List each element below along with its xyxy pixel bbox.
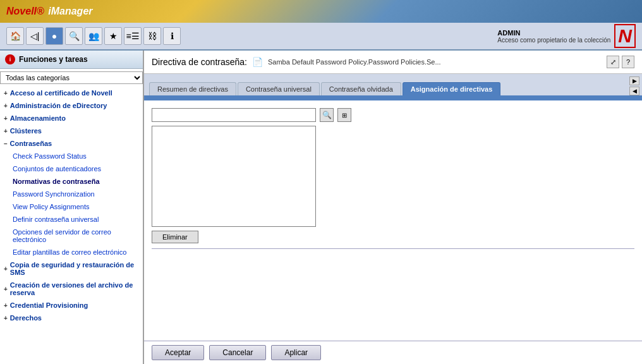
sidebar-link-define-password[interactable]: Definir contraseña universal — [0, 213, 143, 226]
sidebar-item-passwords[interactable]: – Contraseñas — [0, 137, 143, 150]
expand-icon: + — [4, 265, 8, 272]
info-button[interactable]: ℹ — [163, 27, 181, 45]
delete-button[interactable]: Eliminar — [152, 231, 198, 243]
page-title: Directiva de contraseña: — [152, 57, 247, 67]
sidebar-item-label: Clústeres — [10, 127, 42, 135]
tabs-scroll: ▶ ◀ — [629, 76, 639, 95]
sidebar-title: Funciones y tareas — [19, 55, 88, 64]
expand-icon: + — [4, 302, 8, 309]
sidebar-item-label: Credential Provisioning — [10, 301, 88, 309]
expand-icon: + — [4, 90, 8, 97]
page-title-actions: ⤢ ? — [607, 56, 634, 68]
accept-button[interactable]: Aceptar — [152, 345, 204, 360]
tab-content-asignacion: 🔍 ⊞ Eliminar — [144, 100, 642, 341]
novell-text: Novell® — [6, 6, 44, 16]
tab-contrasena-universal[interactable]: Contraseña universal — [238, 82, 320, 95]
expand-icon: + — [4, 102, 8, 109]
sidebar-item-label: Copia de seguridad y restauración de SMS — [10, 261, 138, 276]
sidebar-icon: i — [5, 54, 15, 64]
sidebar-item-label: Acceso al certificado de Novell — [10, 89, 112, 97]
expand-icon: – — [4, 140, 8, 147]
brand-logo: Novell® iManager — [6, 6, 93, 17]
list-button[interactable]: ≡☰ — [124, 27, 142, 45]
refresh-button[interactable]: ● — [45, 27, 63, 45]
apply-button[interactable]: Aplicar — [271, 345, 321, 360]
password-policy-link[interactable]: Normativas de contraseña — [13, 178, 100, 185]
sidebar-link-view-policy[interactable]: View Policy Assignments — [0, 200, 143, 213]
top-header: Novell® iManager — [0, 0, 642, 23]
policy-icon: 📄 — [252, 57, 263, 67]
auth-sets-link[interactable]: Conjuntos de autenticadores — [13, 165, 101, 173]
expand-icon: + — [4, 286, 8, 293]
tabs-row: Resumen de directivas Contraseña univers… — [144, 74, 642, 97]
check-password-link[interactable]: Check Password Status — [13, 152, 87, 160]
expand-icon: + — [4, 315, 8, 322]
mail-templates-link[interactable]: Editar plantillas de correo electrónico — [13, 248, 126, 256]
sidebar-item-version-creation[interactable]: + Creación de versiones del archivo de r… — [0, 279, 143, 299]
help-button[interactable]: ? — [622, 56, 634, 68]
bottom-separator — [152, 248, 634, 249]
assignment-list[interactable] — [152, 126, 316, 227]
sidebar-item-rights[interactable]: + Derechos — [0, 312, 143, 324]
assignment-input-row: 🔍 ⊞ — [152, 108, 634, 122]
tab-scroll-left[interactable]: ◀ — [629, 87, 639, 95]
sidebar-link-mail-templates[interactable]: Editar plantillas de correo electrónico — [0, 246, 143, 258]
app-name: iManager — [48, 6, 92, 16]
assignment-browse-button[interactable]: ⊞ — [337, 108, 351, 122]
sidebar-item-storage[interactable]: + Almacenamiento — [0, 112, 143, 124]
expand-icon: + — [4, 128, 8, 135]
sidebar-item-label: Creación de versiones del archivo de res… — [10, 281, 138, 296]
assignment-input[interactable] — [152, 108, 316, 122]
sidebar-item-clusters[interactable]: + Clústeres — [0, 124, 143, 137]
sidebar-link-mail-options[interactable]: Opciones del servidor de correo electrón… — [0, 226, 143, 246]
sidebar-item-label: Almacenamiento — [10, 114, 66, 122]
define-password-link[interactable]: Definir contraseña universal — [13, 215, 99, 223]
category-select[interactable]: Todas las categorías — [0, 71, 143, 84]
toolbar: 🏠 ◁| ● 🔍 👥 ★ ≡☰ ⛓ ℹ — [6, 27, 181, 45]
users-button[interactable]: 👥 — [85, 27, 102, 45]
search-button[interactable]: 🔍 — [65, 27, 83, 45]
favorites-button[interactable]: ★ — [104, 27, 122, 45]
sidebar-item-label: Contraseñas — [10, 140, 52, 147]
content-area: Directiva de contraseña: 📄 Samba Default… — [144, 51, 642, 364]
sidebar-item-edirectory-admin[interactable]: + Administración de eDirectory — [0, 99, 143, 112]
sidebar-item-certificate-access[interactable]: + Acceso al certificado de Novell — [0, 87, 143, 99]
novell-n-logo: N — [614, 24, 636, 48]
page-title-bar: Directiva de contraseña: 📄 Samba Default… — [144, 51, 642, 74]
sidebar-item-label: Administración de eDirectory — [10, 102, 107, 109]
expand-icon: + — [4, 115, 8, 122]
sidebar-item-label: Derechos — [10, 314, 42, 322]
assignment-search-button[interactable]: 🔍 — [320, 108, 334, 122]
tab-asignacion[interactable]: Asignación de directivas — [403, 82, 501, 95]
view-policy-link[interactable]: View Policy Assignments — [13, 203, 89, 210]
sidebar-link-check-password[interactable]: Check Password Status — [0, 150, 143, 162]
admin-description: Acceso como propietario de la colección — [497, 37, 610, 44]
link-button[interactable]: ⛓ — [143, 27, 161, 45]
expand-button[interactable]: ⤢ — [607, 56, 619, 68]
sidebar-link-auth-sets[interactable]: Conjuntos de autenticadores — [0, 162, 143, 175]
sidebar-header: i Funciones y tareas — [0, 51, 143, 69]
tab-resumen[interactable]: Resumen de directivas — [149, 82, 236, 95]
admin-label: ADMIN — [497, 29, 610, 37]
cancel-button[interactable]: Cancelar — [209, 345, 266, 360]
tab-scroll-right[interactable]: ▶ — [629, 76, 639, 85]
tab-contrasena-olvidada[interactable]: Contraseña olvidada — [321, 82, 401, 95]
sidebar-item-credential-provisioning[interactable]: + Credential Provisioning — [0, 299, 143, 312]
page-path: Samba Default Password Policy.Password P… — [268, 58, 441, 66]
action-buttons-row: Aceptar Cancelar Aplicar — [144, 341, 642, 364]
sidebar-scroll-area: + Acceso al certificado de Novell + Admi… — [0, 87, 143, 364]
back-button[interactable]: ◁| — [26, 27, 44, 45]
sidebar-link-password-policy[interactable]: Normativas de contraseña — [0, 175, 143, 188]
home-button[interactable]: 🏠 — [6, 27, 24, 45]
mail-options-link[interactable]: Opciones del servidor de correo electrón… — [13, 228, 111, 243]
sidebar-item-backup-restore[interactable]: + Copia de seguridad y restauración de S… — [0, 258, 143, 279]
password-sync-link[interactable]: Password Synchronization — [13, 190, 95, 198]
sidebar-link-password-sync[interactable]: Password Synchronization — [0, 188, 143, 200]
